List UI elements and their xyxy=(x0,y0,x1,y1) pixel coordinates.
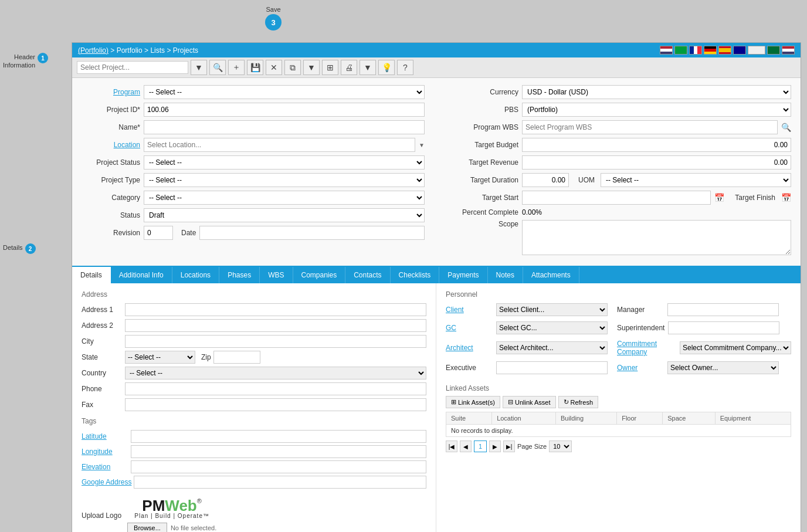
fax-label: Fax xyxy=(82,401,123,409)
zip-input[interactable] xyxy=(213,351,260,364)
city-input[interactable] xyxy=(125,335,426,348)
longitude-label[interactable]: Longitude xyxy=(82,448,128,456)
save-btn[interactable]: 💾 xyxy=(247,60,263,75)
executive-input[interactable] xyxy=(496,361,608,374)
flag-br[interactable] xyxy=(674,46,687,55)
commitment-company-select[interactable]: Select Commitment Company... xyxy=(680,341,791,354)
tab-wbs[interactable]: WBS xyxy=(260,267,293,283)
target-finish-calendar-icon[interactable]: 📅 xyxy=(781,193,791,202)
gc-link[interactable]: GC xyxy=(446,324,456,332)
owner-select[interactable]: Select Owner... xyxy=(667,361,779,374)
page-last-btn[interactable]: ▶| xyxy=(503,440,515,452)
link-asset-btn[interactable]: ⊞ Link Asset(s) xyxy=(446,396,500,408)
add-btn[interactable]: ＋ xyxy=(228,60,245,75)
project-type-select[interactable]: -- Select -- xyxy=(144,173,425,187)
copy-btn[interactable]: ⧉ xyxy=(284,60,301,75)
tab-additional-info[interactable]: Additional Info xyxy=(111,267,172,283)
phone-input[interactable] xyxy=(125,382,426,395)
pbs-select[interactable]: (Portfolio) xyxy=(522,103,791,117)
uom-select[interactable]: -- Select -- xyxy=(601,173,791,187)
program-wbs-search-icon[interactable]: 🔍 xyxy=(781,123,791,132)
project-id-input[interactable] xyxy=(144,103,425,117)
elevation-label[interactable]: Elevation xyxy=(82,463,128,471)
program-select[interactable]: -- Select -- xyxy=(144,85,425,99)
flag-au[interactable] xyxy=(733,46,746,55)
address2-input[interactable] xyxy=(125,319,426,332)
name-input[interactable] xyxy=(144,120,425,134)
status-select[interactable]: Draft xyxy=(144,208,425,222)
target-duration-input[interactable] xyxy=(522,173,569,187)
location-link[interactable]: Location xyxy=(114,141,140,149)
client-select[interactable]: Select Client... xyxy=(496,303,608,316)
flag-sa[interactable] xyxy=(767,46,780,55)
target-revenue-input[interactable] xyxy=(522,155,791,170)
lightbulb-btn[interactable]: 💡 xyxy=(378,60,395,75)
tab-phases[interactable]: Phases xyxy=(219,267,260,283)
flag-de[interactable] xyxy=(704,46,717,55)
latitude-input[interactable] xyxy=(131,430,426,443)
copy2-btn[interactable]: ▼ xyxy=(303,60,320,75)
target-budget-input[interactable] xyxy=(522,138,791,152)
fax-input[interactable] xyxy=(125,398,426,411)
page-prev-btn[interactable]: ◀ xyxy=(460,440,472,452)
flag-us2[interactable] xyxy=(782,46,795,55)
scope-textarea[interactable] xyxy=(522,220,791,255)
latitude-label[interactable]: Latitude xyxy=(82,432,128,440)
print-btn[interactable]: 🖨 xyxy=(341,60,357,75)
browse-button[interactable]: Browse... xyxy=(127,523,167,532)
category-select[interactable]: -- Select -- xyxy=(144,191,425,205)
tab-companies[interactable]: Companies xyxy=(293,267,346,283)
page-current-input[interactable] xyxy=(474,440,487,452)
page-first-btn[interactable]: |◀ xyxy=(446,440,457,452)
longitude-input[interactable] xyxy=(131,445,426,458)
page-size-select[interactable]: 10 25 50 xyxy=(549,440,572,452)
refresh-btn[interactable]: ↻ Refresh xyxy=(558,396,599,408)
currency-select[interactable]: USD - Dollar (USD) xyxy=(522,85,791,99)
tab-contacts[interactable]: Contacts xyxy=(345,267,390,283)
tab-details[interactable]: Details xyxy=(72,267,111,283)
gc-select[interactable]: Select GC... xyxy=(496,321,608,334)
flag-us[interactable] xyxy=(660,46,673,55)
client-link[interactable]: Client xyxy=(446,306,464,314)
country-select[interactable]: -- Select -- xyxy=(125,367,426,379)
google-address-label[interactable]: Google Address xyxy=(82,478,131,486)
program-link[interactable]: Program xyxy=(113,88,140,96)
commitment-company-link[interactable]: Commitment Company xyxy=(617,340,657,356)
state-select[interactable]: -- Select -- xyxy=(125,351,195,364)
location-input[interactable] xyxy=(144,138,415,152)
architect-link[interactable]: Architect xyxy=(446,344,473,352)
tab-attachments[interactable]: Attachments xyxy=(523,267,579,283)
print-dropdown-btn[interactable]: ▼ xyxy=(360,60,376,75)
delete-btn[interactable]: ✕ xyxy=(266,60,282,75)
date-input[interactable] xyxy=(199,226,425,240)
address1-input[interactable] xyxy=(125,303,426,316)
target-start-input[interactable] xyxy=(522,191,711,205)
elevation-input[interactable] xyxy=(131,460,426,473)
owner-link[interactable]: Owner xyxy=(617,364,638,372)
search-btn[interactable]: 🔍 xyxy=(209,60,226,75)
manager-input[interactable] xyxy=(667,303,779,316)
project-type-label: Project Type xyxy=(82,176,140,184)
tab-payments[interactable]: Payments xyxy=(439,267,487,283)
project-status-select[interactable]: -- Select -- xyxy=(144,155,425,170)
project-select-input[interactable] xyxy=(77,61,188,74)
help-btn[interactable]: ? xyxy=(397,60,413,75)
duplicate-btn[interactable]: ⊞ xyxy=(322,60,338,75)
architect-select[interactable]: Select Architect... xyxy=(496,341,608,354)
flag-other1[interactable] xyxy=(748,46,765,55)
tab-locations[interactable]: Locations xyxy=(172,267,219,283)
select-dropdown-btn[interactable]: ▼ xyxy=(191,60,207,75)
tags-section: Tags Latitude Longitude Elevation Go xyxy=(82,417,426,489)
flag-es[interactable] xyxy=(718,46,731,55)
program-wbs-input[interactable] xyxy=(522,120,778,134)
portfolio-link[interactable]: (Portfolio) xyxy=(78,46,108,55)
flag-fr[interactable] xyxy=(689,46,702,55)
google-address-input[interactable] xyxy=(134,476,426,489)
unlink-asset-btn[interactable]: ⊟ Unlink Asset xyxy=(503,396,556,408)
tab-notes[interactable]: Notes xyxy=(488,267,523,283)
target-start-calendar-icon[interactable]: 📅 xyxy=(714,193,724,202)
page-next-btn[interactable]: ▶ xyxy=(489,440,501,452)
superintendent-input[interactable] xyxy=(668,321,779,334)
revision-input[interactable] xyxy=(144,226,173,240)
tab-checklists[interactable]: Checklists xyxy=(391,267,440,283)
